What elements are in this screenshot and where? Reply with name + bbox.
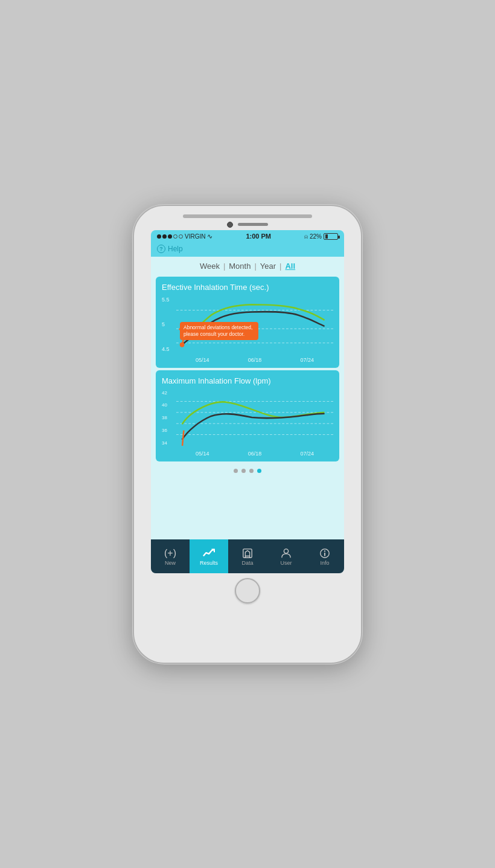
page-dot-3[interactable] <box>249 469 254 473</box>
x2-label-0514: 05/14 <box>196 451 209 457</box>
help-row[interactable]: ? Help <box>151 243 344 257</box>
status-left: VIRGIN ∿ <box>157 233 212 240</box>
svg-point-16 <box>324 550 325 551</box>
alert-bubble: Abnormal deviations detected, please con… <box>180 322 258 340</box>
page-dot-2[interactable] <box>241 469 246 473</box>
camera-dot <box>227 222 233 228</box>
y-label-5: 5 <box>162 321 175 327</box>
nav-label-user: User <box>280 560 292 566</box>
chart2-x-labels: 05/14 06/18 07/24 <box>176 451 333 457</box>
period-all[interactable]: All <box>285 262 295 271</box>
svg-point-3 <box>180 342 185 347</box>
battery-fill <box>325 234 328 239</box>
data-icon <box>242 548 253 559</box>
chart-inhalation-flow-area: 42 40 38 36 34 <box>162 390 333 457</box>
chart1-x-labels: 05/14 06/18 07/24 <box>176 357 333 363</box>
speaker-bar <box>238 223 268 226</box>
chart-inhalation-time: Effective Inhalation Time (sec.) 5.5 5 4… <box>156 277 339 368</box>
battery-icon <box>324 233 338 240</box>
pagination-dots <box>151 464 344 478</box>
info-icon <box>319 548 330 559</box>
phone-screen: VIRGIN ∿ 1:00 PM ⍾ 22% ? Help Week <box>151 230 344 573</box>
page-dot-1[interactable] <box>234 469 238 473</box>
phone-frame: VIRGIN ∿ 1:00 PM ⍾ 22% ? Help Week <box>133 205 362 664</box>
period-week[interactable]: Week <box>200 262 220 271</box>
y2-label-34: 34 <box>162 440 175 446</box>
nav-label-new: New <box>165 560 176 566</box>
nav-item-new[interactable]: (+) New <box>151 539 190 573</box>
chart2-svg-container <box>176 390 333 446</box>
period-month[interactable]: Month <box>229 262 251 271</box>
user-icon <box>281 548 292 559</box>
battery-percent: 22% <box>310 233 322 240</box>
nav-item-info[interactable]: Info <box>305 539 344 573</box>
nav-label-results: Results <box>200 560 218 566</box>
signal-dot-2 <box>162 234 167 239</box>
y2-label-40: 40 <box>162 402 175 408</box>
phone-top-bar <box>183 214 312 218</box>
chart2-svg <box>176 390 333 446</box>
svg-point-13 <box>284 548 288 553</box>
x-label-0724: 07/24 <box>300 357 314 363</box>
nav-label-info: Info <box>320 560 329 566</box>
signal-dots <box>157 234 183 239</box>
signal-dot-3 <box>168 234 172 239</box>
y2-label-38: 38 <box>162 415 175 420</box>
chart-inhalation-time-area: 5.5 5 4.5 <box>162 297 333 363</box>
x2-label-0724: 07/24 <box>300 451 314 457</box>
nav-item-data[interactable]: Data <box>228 539 267 573</box>
signal-dot-4 <box>173 234 177 239</box>
nav-item-results[interactable]: Results <box>190 539 228 573</box>
chart-inhalation-time-title: Effective Inhalation Time (sec.) <box>162 283 333 292</box>
chart-inhalation-flow-title: Maximum Inhalation Flow (lpm) <box>162 376 333 385</box>
chart-inhalation-flow: Maximum Inhalation Flow (lpm) 42 40 38 3… <box>156 370 339 461</box>
help-circle-icon: ? <box>157 245 165 253</box>
chart-y-labels: 5.5 5 4.5 <box>162 297 175 352</box>
signal-dot-5 <box>179 234 183 239</box>
period-year[interactable]: Year <box>260 262 276 271</box>
camera-row <box>227 222 268 228</box>
bluetooth-icon: ⍾ <box>304 233 308 240</box>
page-dot-4[interactable] <box>257 469 261 473</box>
period-selector: Week | Month | Year | All <box>151 257 344 274</box>
status-right: ⍾ 22% <box>304 233 338 240</box>
y-label-5-5: 5.5 <box>162 297 175 303</box>
chart2-y-labels: 42 40 38 36 34 <box>162 390 175 446</box>
y-label-4-5: 4.5 <box>162 346 175 352</box>
y2-label-36: 36 <box>162 428 175 433</box>
x-label-0618: 06/18 <box>248 357 262 363</box>
y2-label-42: 42 <box>162 390 175 396</box>
nav-label-data: Data <box>241 560 253 566</box>
nav-item-user[interactable]: User <box>267 539 305 573</box>
x-label-0514: 05/14 <box>196 357 209 363</box>
carrier-name: VIRGIN <box>185 233 205 240</box>
status-time: 1:00 PM <box>246 233 271 240</box>
results-icon <box>203 548 215 559</box>
wifi-icon: ∿ <box>207 233 212 240</box>
signal-dot-1 <box>157 234 161 239</box>
main-content: Week | Month | Year | All Effective Inha… <box>151 257 344 539</box>
battery-cap <box>338 236 340 239</box>
status-bar: VIRGIN ∿ 1:00 PM ⍾ 22% <box>151 230 344 243</box>
new-icon: (+) <box>164 548 176 559</box>
home-button[interactable] <box>235 578 260 603</box>
help-label[interactable]: Help <box>168 245 183 253</box>
bottom-nav: (+) New Results Data <box>151 539 344 573</box>
x2-label-0618: 06/18 <box>248 451 262 457</box>
